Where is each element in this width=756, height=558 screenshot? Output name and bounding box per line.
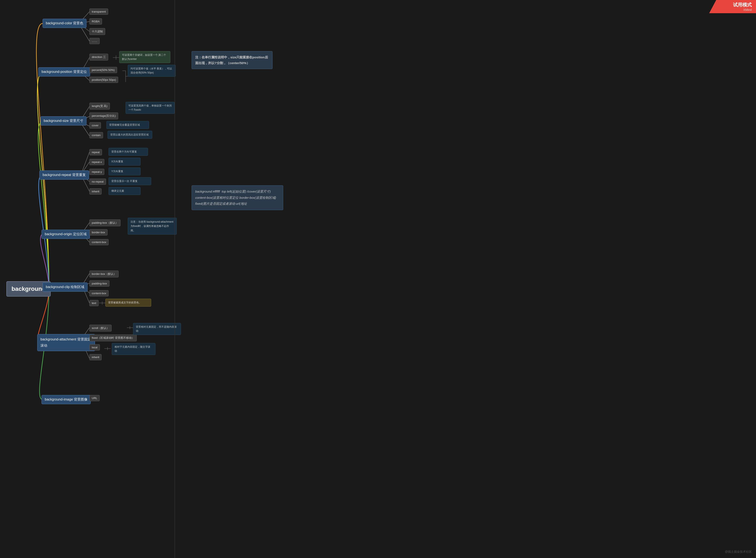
trial-sub: XMind bbox=[713, 8, 752, 11]
branch-position: background-position 背景定位 bbox=[38, 67, 90, 76]
leaf-repeat-x: repeat-x bbox=[89, 159, 104, 165]
branch-origin: background-origin 定位区域 bbox=[42, 230, 90, 239]
leaf-contain: contain bbox=[89, 132, 103, 138]
leaf-inherit-attachment: inherit bbox=[89, 354, 102, 360]
right-note-shorthand: background:#ffffff top left(起始位置) /cover… bbox=[192, 185, 283, 210]
note-local: 相对于元素内容固定，随文字滚动 bbox=[112, 343, 155, 355]
leaf-local: local bbox=[89, 344, 100, 351]
leaf-fixed: fixed（区域滚动时 背景图不移动） bbox=[89, 334, 137, 341]
trial-label: 试用模式 bbox=[713, 2, 752, 8]
footer-credit: @掘土掘金技术社区 bbox=[725, 550, 752, 554]
leaf-url: URL bbox=[89, 395, 100, 401]
note-repeat: 背景在两个方向可重复 bbox=[109, 148, 148, 156]
leaf-repeat-y: repeat-y bbox=[89, 169, 104, 175]
note-scroll: 背景相对元素固定，而不是随内容滚动 bbox=[133, 323, 181, 335]
leaf-percent: percent(50% 50%) bbox=[89, 67, 117, 73]
leaf-text-clip: text bbox=[89, 300, 99, 306]
leaf-hex: 十六进制 bbox=[89, 28, 105, 35]
note-no-repeat: 背景仅显示一次 不重复 bbox=[109, 177, 151, 185]
leaf-percentage: percentage(百分比) bbox=[89, 112, 118, 119]
leaf-border-box-origin: border-box bbox=[89, 229, 108, 235]
leaf-length: length(宽 高) bbox=[89, 103, 110, 109]
note-length: 可设置宽高两个值，单独设置一个则另一个为auto bbox=[126, 102, 174, 114]
leaf-position-val: position(50px 50px) bbox=[89, 77, 118, 83]
leaf-scroll: scroll（默认） bbox=[89, 325, 112, 331]
leaf-no-repeat: no-repeat bbox=[89, 179, 106, 185]
note-percent: 均可设置两个值（水平 垂直），可以混合使用(50% 50px) bbox=[128, 65, 176, 77]
branch-size: background-size 背景尺寸 bbox=[40, 116, 86, 126]
note-contain: 背景以最大的宽高比适应背景区域 bbox=[108, 131, 152, 139]
leaf-border-box-clip: border-box（默认） bbox=[89, 271, 118, 277]
leaf-inherit-repeat: inherit bbox=[89, 188, 102, 195]
leaf-direction: direction 三 bbox=[89, 54, 108, 60]
branch-image: background-image 背景图像 bbox=[42, 395, 91, 404]
note-inherit-repeat: 继承父元素 bbox=[109, 187, 140, 195]
branch-attachment: background-attachment 背景固定/滚动 bbox=[37, 334, 95, 351]
branch-color: background-color 背景色 bbox=[43, 19, 86, 28]
leaf-content-box-clip: content-box bbox=[89, 290, 109, 296]
note-cover: 背景能够完全覆盖背景区域 bbox=[106, 121, 149, 129]
leaf-repeat: repeat bbox=[89, 149, 102, 155]
note-text-clip: 背景被裁剪成文字的前景色。 bbox=[105, 299, 151, 307]
leaf-rgba: RGBA bbox=[89, 18, 102, 25]
right-note-position-size: 注：在单行属性说明中，size只能紧接在position后面出现，并以'/'分割… bbox=[192, 51, 272, 69]
connection-lines bbox=[0, 0, 174, 558]
leaf-padding-box-clip: padding-box bbox=[89, 280, 109, 286]
branch-repeat: background-repeat 背景重复 bbox=[39, 171, 89, 180]
trial-badge: 试用模式 XMind bbox=[709, 0, 756, 13]
leaf-padding-box-origin: padding-box（默认） bbox=[89, 220, 120, 226]
divider-line bbox=[174, 0, 175, 558]
leaf-transparent: transparent bbox=[89, 8, 108, 15]
leaf-cover: cover bbox=[89, 122, 101, 128]
note-repeat-y: Y方向重复 bbox=[109, 168, 140, 175]
note-origin: 注意：当使用 background-attachment 为fixed时，该属性… bbox=[128, 218, 177, 234]
branch-clip: background-clip 绘制区域 bbox=[43, 282, 87, 292]
note-repeat-x: X方向重复 bbox=[109, 158, 140, 166]
note-direction: 可设置两个关键词，如设置一个,第二个默认为center bbox=[119, 51, 170, 63]
leaf-content-box-origin: content-box bbox=[89, 239, 109, 245]
leaf-ellipsis: …… bbox=[89, 38, 100, 44]
